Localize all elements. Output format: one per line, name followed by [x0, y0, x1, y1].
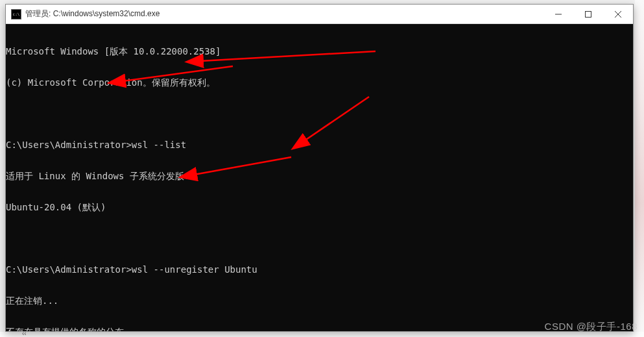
close-icon — [615, 11, 621, 18]
window-controls — [543, 5, 633, 23]
terminal-line: 不存在具有提供的名称的分布。 — [6, 327, 633, 331]
minimize-button[interactable] — [543, 5, 573, 24]
terminal-line: Ubuntu-20.04 (默认) — [6, 202, 633, 212]
titlebar[interactable]: 管理员: C:\windows\system32\cmd.exe — [6, 5, 633, 24]
terminal-line: Microsoft Windows [版本 10.0.22000.2538] — [6, 46, 633, 56]
cmd-window: 管理员: C:\windows\system32\cmd.exe Microso… — [5, 4, 634, 332]
watermark: CSDN @段子手-168 — [545, 321, 638, 333]
cmd-icon — [11, 9, 21, 19]
maximize-icon — [585, 11, 591, 18]
close-button[interactable] — [603, 5, 633, 24]
terminal-line — [6, 233, 633, 243]
terminal-output[interactable]: Microsoft Windows [版本 10.0.22000.2538] (… — [6, 24, 633, 331]
minimize-icon — [555, 11, 562, 18]
background-strip — [635, 0, 644, 337]
svg-rect-1 — [586, 12, 591, 18]
terminal-line: C:\Users\Administrator>wsl --list — [6, 140, 633, 150]
window-title: 管理员: C:\windows\system32\cmd.exe — [25, 8, 543, 19]
terminal-line: 适用于 Linux 的 Windows 子系统分发版: — [6, 171, 633, 181]
maximize-button[interactable] — [573, 5, 603, 24]
terminal-line: 正在注销... — [6, 295, 633, 306]
terminal-line — [6, 108, 633, 119]
terminal-line: (c) Microsoft Corporation。保留所有权利。 — [6, 77, 633, 88]
terminal-line: C:\Users\Administrator>wsl --unregister … — [6, 264, 633, 275]
